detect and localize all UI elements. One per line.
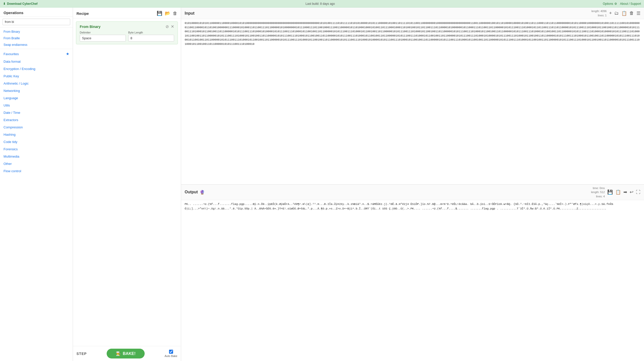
recipe-fields: Delimiter Space Byte Length 8 (80, 31, 174, 42)
input-panel: Input length: 4096 lines: 1 + 🗂 📋 🗑 ☰ 01… (181, 8, 644, 185)
sidebar-title: Operations (0, 8, 73, 17)
sidebar-item-date-time[interactable]: Date / Time (0, 109, 73, 116)
output-undo-icon[interactable]: ↩ (630, 189, 633, 195)
input-more-icon[interactable]: ☰ (636, 11, 640, 16)
sidebar-divider-1 (0, 49, 73, 49)
options-link[interactable]: Options ⚙ (603, 2, 617, 6)
output-time-label: time: (593, 187, 599, 190)
recipe-icons: 💾 📂 🗑 (157, 11, 177, 16)
output-panel: Output 🔮 time: 0ms length: 512 lines: 4 … (181, 185, 644, 361)
download-link[interactable]: ⬇ Download CyberChef (3, 2, 37, 6)
output-lines: 4 (603, 195, 605, 198)
output-content: PK.. ......~U.(%f...f.......flag.pgp....… (181, 200, 644, 361)
search-result-swap-endianness[interactable]: Swap endianness (0, 42, 73, 48)
input-title: Input (185, 11, 194, 16)
delimiter-label: Delimiter (80, 31, 126, 34)
bake-button[interactable]: 👨‍🍳 BAKE! (107, 349, 145, 358)
output-icons: time: 0ms length: 512 lines: 4 💾 📋 ➡ ↩ ⛶ (591, 186, 640, 199)
input-header: Input length: 4096 lines: 1 + 🗂 📋 🗑 ☰ (181, 8, 644, 19)
input-meta: length: 4096 lines: 1 (591, 9, 607, 17)
bake-label: BAKE! (123, 351, 136, 356)
recipe-content: From Binary ⊘ ✕ Delimiter Space Byte Len… (73, 18, 181, 346)
delimiter-value[interactable]: Space (80, 35, 126, 42)
byte-length-label: Byte Length (128, 31, 174, 34)
topbar: ⬇ Download CyberChef Last build: 8 days … (0, 0, 644, 8)
step-button[interactable]: STEP (76, 352, 87, 356)
input-length: 4096 (600, 10, 607, 13)
bake-icon: 👨‍🍳 (116, 351, 121, 356)
options-icon: ⚙ (614, 2, 617, 6)
input-lines: 1 (605, 14, 607, 17)
topbar-right: Options ⚙ About / Support (603, 2, 641, 6)
star-icon: ★ (66, 52, 69, 56)
sidebar-item-compression[interactable]: Compression (0, 124, 73, 131)
output-lines-label: lines: (596, 195, 603, 198)
recipe-header: Recipe 💾 📂 🗑 (73, 8, 181, 18)
sidebar-item-extractors[interactable]: Extractors (0, 116, 73, 124)
sidebar-item-public-key[interactable]: Public Key (0, 73, 73, 80)
sidebar-item-forensics[interactable]: Forensics (0, 146, 73, 153)
about-label: About / Support (620, 2, 641, 6)
about-link[interactable]: About / Support (620, 2, 641, 6)
sidebar-item-favourites[interactable]: Favourites ★ (0, 50, 73, 58)
output-fullscreen-icon[interactable]: ⛶ (636, 190, 640, 195)
recipe-card-header: From Binary ⊘ ✕ (80, 24, 174, 29)
sidebar-item-hashing[interactable]: Hashing (0, 131, 73, 138)
output-meta: time: 0ms length: 512 lines: 4 (591, 186, 605, 199)
auto-bake-label: Auto Bake (165, 354, 177, 357)
output-time: 0ms (599, 187, 605, 190)
input-paste-icon[interactable]: 📋 (621, 11, 627, 16)
byte-length-group: Byte Length 8 (128, 31, 174, 42)
recipe-title: Recipe (76, 11, 89, 16)
output-title-group: Output 🔮 (185, 190, 205, 195)
recipe-delete-icon[interactable]: 🗑 (173, 11, 177, 16)
recipe-panel: Recipe 💾 📂 🗑 From Binary ⊘ ✕ Delimit (73, 8, 181, 361)
sidebar: Operations From Binary From Braille Swap… (0, 8, 73, 361)
recipe-load-icon[interactable]: 📂 (165, 11, 170, 16)
options-label: Options (603, 2, 613, 6)
output-length-label: length: (591, 191, 600, 194)
right-panels: Input length: 4096 lines: 1 + 🗂 📋 🗑 ☰ 01… (181, 8, 644, 361)
output-copy-icon[interactable]: 📋 (615, 189, 621, 195)
download-icon: ⬇ (3, 2, 6, 6)
recipe-card-delete-icon[interactable]: ✕ (171, 24, 174, 29)
main-layout: Operations From Binary From Braille Swap… (0, 8, 644, 361)
sidebar-item-encryption-encoding[interactable]: Encryption / Encoding (0, 65, 73, 73)
recipe-save-icon[interactable]: 💾 (157, 11, 162, 16)
input-length-label: length: (591, 10, 600, 13)
recipe-card-title: From Binary (80, 25, 100, 29)
input-open-icon[interactable]: 🗂 (614, 11, 619, 16)
output-length: 512 (600, 191, 605, 194)
from-binary-card: From Binary ⊘ ✕ Delimiter Space Byte Len… (76, 21, 178, 44)
download-label: Download CyberChef (7, 2, 37, 6)
input-content[interactable]: 0101000010101011000001100001000010101000… (181, 19, 644, 184)
byte-length-value[interactable]: 8 (128, 35, 174, 42)
output-to-input-icon[interactable]: ➡ (623, 189, 627, 195)
sidebar-item-data-format[interactable]: Data format (0, 58, 73, 65)
output-title: Output (185, 190, 198, 194)
sidebar-item-other[interactable]: Other (0, 160, 73, 167)
sidebar-list: From Binary From Braille Swap endianness… (0, 27, 73, 361)
search-result-from-binary[interactable]: From Binary (0, 28, 73, 35)
favourites-label: Favourites (4, 52, 19, 56)
recipe-disable-icon[interactable]: ⊘ (166, 24, 169, 29)
search-box (0, 17, 73, 27)
recipe-card-action-icons: ⊘ ✕ (166, 24, 174, 29)
output-save-icon[interactable]: 💾 (607, 189, 613, 195)
delimiter-group: Delimiter Space (80, 31, 126, 42)
sidebar-item-utils[interactable]: Utils (0, 102, 73, 109)
sidebar-item-networking[interactable]: Networking (0, 87, 73, 94)
search-input[interactable] (3, 19, 70, 25)
sidebar-item-code-tidy[interactable]: Code tidy (0, 138, 73, 146)
sidebar-item-flow-control[interactable]: Flow control (0, 167, 73, 175)
input-icons: length: 4096 lines: 1 + 🗂 📋 🗑 ☰ (591, 9, 640, 17)
recipe-footer: STEP 👨‍🍳 BAKE! Auto Bake (73, 346, 181, 361)
search-result-from-braille[interactable]: From Braille (0, 35, 73, 42)
magic-wand-icon[interactable]: 🔮 (200, 190, 205, 195)
auto-bake-checkbox[interactable] (169, 350, 173, 354)
input-clear-icon[interactable]: 🗑 (629, 11, 634, 16)
sidebar-item-multimedia[interactable]: Multimedia (0, 153, 73, 160)
input-add-icon[interactable]: + (609, 11, 612, 16)
sidebar-item-language[interactable]: Language (0, 94, 73, 102)
sidebar-item-arithmetic-logic[interactable]: Arithmetic / Logic (0, 80, 73, 87)
